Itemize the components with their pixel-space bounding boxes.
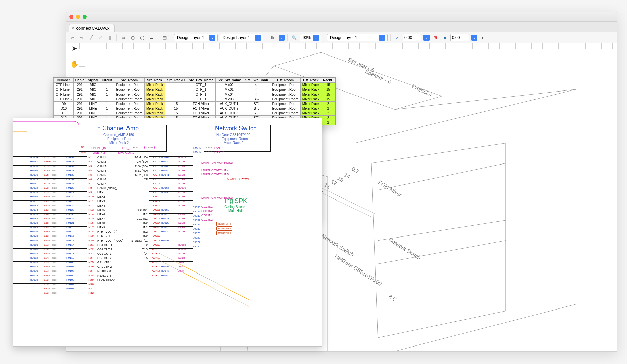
page-icon[interactable]: 🗎 <box>269 34 276 41</box>
cell: D9 <box>54 102 74 106</box>
cell: Mixer Rack <box>144 106 165 111</box>
minimize-window-icon[interactable] <box>76 15 80 19</box>
cell: Mic02 <box>215 83 243 87</box>
parallel-line-icon[interactable]: ∥ <box>106 34 114 41</box>
layer-dropdown-2[interactable]: Design Layer 1 ⌄ <box>220 34 263 41</box>
cell: <-- <box>243 83 270 87</box>
chevron-down-icon: ⌄ <box>313 35 319 41</box>
svg-text:14: 14 <box>343 172 352 180</box>
align-tool-icon[interactable]: ▤ <box>161 34 168 41</box>
polyline-tool-icon[interactable]: ⤢ <box>97 34 104 41</box>
label-netgear: NetGear GS310TP100 <box>334 253 383 287</box>
zoom-window-icon[interactable] <box>83 15 87 19</box>
cell: CTP Line - <box>54 87 74 92</box>
col-header: Signal <box>86 78 100 83</box>
cell: 1 <box>100 111 114 116</box>
cell: Mixer Rack <box>144 92 165 97</box>
cell: Mixer Rack <box>144 111 165 116</box>
cable-tag: D9 <box>81 146 84 149</box>
layer-dropdown-1[interactable]: Design Layer 1 ⌄ <box>174 34 218 41</box>
blob-tool-icon[interactable]: ☁ <box>148 34 155 41</box>
svg-text:0.7: 0.7 <box>351 166 360 174</box>
chevron-down-icon: ⌄ <box>379 35 385 41</box>
port-label: LAN - 2 <box>214 150 224 154</box>
cell: <-- <box>243 87 270 92</box>
port-label: LAN - 1 <box>214 146 224 150</box>
coord-x-field[interactable]: 0.00 <box>403 34 421 41</box>
cell: Equipment Room <box>270 111 300 116</box>
port-label: LINE IN 2 <box>93 151 105 154</box>
grid-icon[interactable]: ⊞ <box>432 34 439 41</box>
ellipse-tool-icon[interactable]: ◯ <box>138 34 146 41</box>
page-chevron-icon[interactable]: ⌄ <box>279 35 285 41</box>
cell <box>165 83 187 87</box>
cell: 291 <box>74 111 86 116</box>
route-label: MAIN PGM MON HD/SD <box>201 196 233 199</box>
cell: MIC <box>86 83 100 87</box>
cell: 2 <box>321 116 335 120</box>
port-label: SPK_OUT 1 <box>118 151 134 154</box>
cell: CTP_1 <box>187 97 215 102</box>
cell: FOH Mixer <box>187 111 215 116</box>
cell: 15 <box>165 111 187 116</box>
table-row: CTP Line -291MIC1Equipment RoomMixer Rac… <box>54 97 335 102</box>
col-header: RackU <box>321 78 335 83</box>
cell: 15 <box>321 97 335 102</box>
device-spk-sub: d Ceiling Speak <box>222 205 245 209</box>
search-icon[interactable]: 🔍 <box>290 34 298 41</box>
layer-dropdown-3[interactable]: Design Layer 1 ⌄ <box>327 34 388 41</box>
cell: Mixer Rack <box>144 97 165 102</box>
cell: Mic04 <box>215 92 243 97</box>
label-net-switch-2: Network Switch <box>388 236 422 261</box>
cell: Mixer Rack <box>300 102 321 106</box>
coord-y-field[interactable]: 0.00 <box>450 34 469 41</box>
dc-power-label: 5 Volt DC Power <box>227 177 249 181</box>
table-row: CTP Line -291MIC1Equipment RoomMixer Rac… <box>54 92 335 97</box>
connector-type: PHX <box>90 146 95 149</box>
rect-tool-icon[interactable]: ▭ <box>119 34 127 41</box>
pan-tool-icon[interactable]: ✋ <box>70 59 79 69</box>
cell: AUX_OUT 2 <box>215 106 243 111</box>
doc-tab[interactable]: × connectCAD.vwx <box>69 24 115 32</box>
cell: CTP_1 <box>187 92 215 97</box>
col-header: Number <box>54 78 74 83</box>
cell <box>165 97 187 102</box>
titlebar <box>66 12 617 22</box>
table-row: D9291LINE1Equipment RoomMixer Rack15FOH … <box>54 102 335 106</box>
axis-xy-icon[interactable]: ↗ <box>393 34 401 41</box>
coord-y-chevron-icon[interactable]: ⌄ <box>471 35 477 41</box>
cell: 291 <box>74 97 86 102</box>
cable-id: N9040 <box>193 146 201 149</box>
table-row: CTP Line -291MIC1Equipment RoomMixer Rac… <box>54 87 335 92</box>
close-window-icon[interactable] <box>69 15 73 19</box>
route-label: CG2 IN1 <box>201 214 213 217</box>
rounded-rect-icon[interactable]: ▢ <box>129 34 136 41</box>
col-header: Dst_Rack <box>300 78 321 83</box>
coord-x-chevron-icon[interactable]: ⌄ <box>423 35 430 41</box>
col-header: Src_Rack <box>144 78 165 83</box>
chevron-down-icon: ⌄ <box>209 35 215 41</box>
doc-tab-label: connectCAD.vwx <box>76 26 110 31</box>
close-tab-icon[interactable]: × <box>72 26 74 31</box>
nav-back-icon[interactable]: ⇦ <box>69 34 76 41</box>
label-foh: FOH Mixer <box>377 179 403 198</box>
cell: 1 <box>100 87 114 92</box>
line-tool-icon[interactable]: ╱ <box>87 34 95 41</box>
cell: Mic03 <box>215 97 243 102</box>
cell: Mixer Rack <box>300 83 321 87</box>
cell: Equipment Room <box>270 102 300 106</box>
selection-tool-icon[interactable]: ➤ <box>70 44 79 53</box>
zoom-dropdown[interactable]: 93% ⌄ <box>300 34 321 41</box>
cell: MIC <box>86 87 100 92</box>
cell: Equipment Room <box>114 92 144 97</box>
cell: 291 <box>74 102 86 106</box>
nav-fwd-icon[interactable]: ⇨ <box>78 34 85 41</box>
col-header: Circuit <box>100 78 114 83</box>
route-label: MULTI VIEWER4 IN4 <box>201 169 229 172</box>
label-8ch-2: 8 C <box>388 293 398 303</box>
snap-icon[interactable]: ◆ <box>441 34 448 41</box>
cell: Mixer Rack <box>300 92 321 97</box>
overflow-icon[interactable]: ▸ <box>479 34 487 41</box>
route-label: CG1 IN1 <box>201 205 213 208</box>
cell: Equipment Room <box>114 106 144 111</box>
